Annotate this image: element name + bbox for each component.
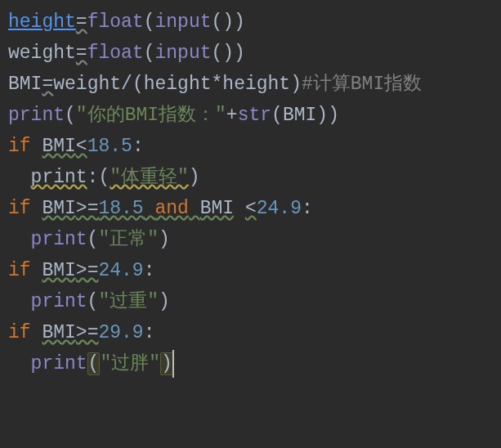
builtin-print: print	[31, 353, 87, 374]
builtin-input: input	[154, 43, 211, 64]
text-cursor: )	[160, 348, 173, 379]
paren-open: (	[144, 43, 155, 64]
identifier-bmi: BMI	[8, 74, 42, 95]
number-literal: 24.9	[98, 260, 143, 281]
number-literal: 18.5	[87, 136, 132, 157]
comment: #计算BMI指数	[302, 74, 422, 95]
equals-op: =	[76, 11, 87, 33]
paren-open: (	[144, 11, 155, 33]
paren-close: )	[159, 229, 170, 250]
code-line[interactable]: if BMI>=18.5 and BMI <24.9:	[8, 193, 498, 224]
paren-close: )	[222, 43, 234, 64]
identifier-height: height	[144, 74, 212, 95]
paren-open: (	[87, 229, 99, 250]
colon: :	[132, 136, 144, 157]
paren-open: (	[132, 74, 144, 95]
paren-close: )	[159, 291, 170, 312]
colon: :	[87, 167, 99, 188]
equals-op: =	[42, 74, 53, 95]
lt-op: <	[76, 136, 87, 157]
plus-op: +	[226, 105, 238, 126]
keyword-if: if	[8, 198, 31, 219]
identifier-bmi: BMI	[42, 322, 75, 343]
code-line[interactable]: print("你的BMI指数："+str(BMI))	[8, 100, 498, 131]
builtin-input: input	[154, 11, 211, 33]
keyword-if: if	[8, 260, 31, 281]
builtin-float: float	[87, 11, 144, 33]
paren-open: (	[87, 352, 101, 375]
code-line[interactable]: print("过重")	[8, 286, 498, 317]
code-line[interactable]: if BMI>=24.9:	[8, 255, 498, 286]
string-literal: "你的BMI指数："	[76, 105, 226, 126]
code-line[interactable]: if BMI<18.5:	[8, 131, 498, 162]
builtin-print: print	[31, 229, 87, 250]
builtin-print: print	[8, 105, 65, 126]
builtin-float: float	[87, 43, 144, 64]
string-literal: "正常"	[98, 229, 159, 250]
identifier-bmi: BMI	[42, 198, 75, 219]
string-literal: "体重轻"	[110, 167, 189, 188]
identifier-bmi: BMI	[42, 136, 75, 157]
paren-open: (	[211, 43, 222, 64]
identifier-weight: weight	[53, 74, 121, 95]
string-literal: "过胖"	[100, 353, 160, 374]
ge-op: >=	[76, 198, 99, 219]
identifier-bmi: BMI	[42, 260, 75, 281]
code-line[interactable]: weight=float(input())	[8, 38, 498, 69]
keyword-if: if	[8, 322, 31, 343]
colon: :	[144, 322, 155, 343]
identifier-height: height	[222, 74, 290, 95]
paren-close: )	[234, 11, 245, 33]
keyword-and: and	[154, 198, 188, 219]
code-editor[interactable]: height=float(input()) weight=float(input…	[0, 0, 501, 379]
multiply-op: *	[212, 74, 223, 95]
code-line[interactable]: print("过胖")	[8, 348, 498, 379]
keyword-if: if	[8, 136, 31, 157]
identifier-print: print	[31, 167, 87, 188]
string-literal: "过重"	[98, 291, 159, 312]
builtin-print: print	[31, 291, 87, 312]
paren-open: (	[87, 291, 99, 312]
paren-close: )	[328, 105, 339, 126]
paren-close: )	[316, 105, 328, 126]
code-line[interactable]: if BMI>=29.9:	[8, 317, 498, 348]
code-line[interactable]: height=float(input())	[8, 7, 498, 38]
identifier-height: height	[8, 11, 76, 33]
colon: :	[302, 198, 313, 219]
identifier-weight: weight	[8, 43, 76, 64]
paren-close: )	[189, 167, 200, 188]
paren-close: )	[160, 352, 173, 375]
paren-open: (	[98, 167, 110, 188]
paren-close: )	[234, 43, 245, 64]
colon: :	[144, 260, 155, 281]
identifier-bmi: BMI	[283, 105, 316, 126]
ge-op: >=	[76, 260, 99, 281]
paren-open: (	[271, 105, 283, 126]
identifier-bmi: BMI	[200, 198, 234, 219]
number-literal: 24.9	[257, 198, 302, 219]
equals-op: =	[76, 43, 87, 64]
paren-close: )	[290, 74, 302, 95]
code-line[interactable]: BMI=weight/(height*height)#计算BMI指数	[8, 69, 498, 100]
code-line[interactable]: print("正常")	[8, 224, 498, 255]
lt-op: <	[245, 198, 257, 219]
paren-open: (	[211, 11, 222, 33]
builtin-str: str	[238, 105, 271, 126]
number-literal: 18.5	[98, 198, 143, 219]
divide-op: /	[121, 74, 132, 95]
ge-op: >=	[76, 322, 99, 343]
paren-close: )	[222, 11, 234, 33]
number-literal: 29.9	[98, 322, 143, 343]
paren-open: (	[65, 105, 76, 126]
code-line[interactable]: print:("体重轻")	[8, 162, 498, 193]
